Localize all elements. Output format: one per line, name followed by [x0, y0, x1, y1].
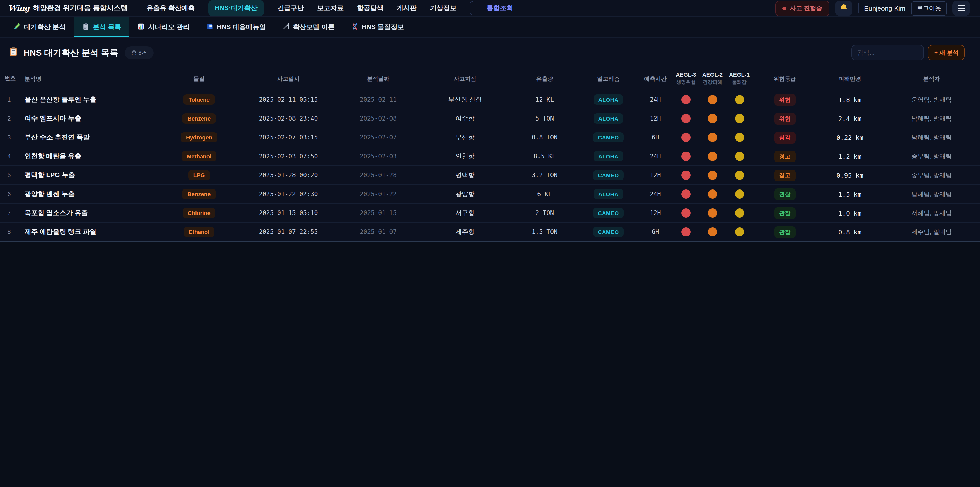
incident-status-badge: 사고 진행중 — [775, 0, 829, 16]
aegl-2-cell — [699, 90, 726, 109]
forecast-hours: 24H — [638, 90, 673, 109]
analysis-row[interactable]: 4인천항 메탄올 유출Methanol2025-02-03 07:502025-… — [0, 147, 980, 166]
analyst-teams: 남해팀, 방재팀 — [883, 185, 980, 204]
column-header-amount[interactable]: 유출량 — [511, 67, 579, 90]
new-analysis-button[interactable]: + 새 분석 — [928, 45, 965, 60]
aegl-1-dot-icon — [735, 114, 744, 123]
nav-item-7[interactable]: 기상정보 — [430, 3, 457, 13]
column-header-material[interactable]: 물질 — [158, 67, 240, 90]
tab-2[interactable]: 분석 목록 — [74, 17, 129, 37]
nav-item-8[interactable]: 통합조회 — [487, 3, 513, 13]
damage-radius: 1.8 km — [817, 90, 883, 109]
aegl-1-dot-icon — [735, 190, 744, 199]
brand[interactable]: Wing 해양환경 위기대응 통합시스템 — [8, 3, 127, 13]
tab-1[interactable]: 대기확산 분석 — [5, 17, 74, 37]
analysis-row[interactable]: 1울산 온산항 톨루엔 누출Toluene2025-02-11 05:15202… — [0, 90, 980, 109]
incident-location: 부산항 — [420, 128, 511, 147]
incident-location: 평택항 — [420, 166, 511, 185]
material-badge: LPG — [188, 170, 210, 180]
nav-item-5[interactable]: 항공탐색 — [357, 3, 383, 13]
analysis-name: 부산 수소 추진연 폭발 — [18, 128, 158, 147]
row-number: 5 — [0, 166, 18, 185]
column-header-name[interactable]: 분석명 — [18, 67, 158, 90]
column-header-aegl1[interactable]: AEGL-1불쾌감 — [726, 67, 753, 90]
page-title: HNS 대기확산 분석 목록 — [24, 47, 118, 59]
aegl-3-cell — [673, 147, 699, 166]
aegl-1-dot-icon — [735, 228, 744, 237]
column-header-sublabel: 건강피해 — [701, 79, 724, 86]
tab-3[interactable]: 시나리오 관리 — [129, 17, 198, 37]
risk-grade-badge: 관찰 — [774, 226, 795, 238]
column-header-aegl2[interactable]: AEGL-2건강피해 — [699, 67, 726, 90]
aegl-1-dot-icon — [735, 209, 744, 218]
column-header-datetime[interactable]: 사고일시 — [240, 67, 337, 90]
tab-5[interactable]: 확산모델 이론 — [274, 17, 343, 37]
algorithm-badge: CAMEO — [593, 170, 624, 180]
aegl-1-cell — [726, 128, 753, 147]
analysis-row[interactable]: 6광양항 벤젠 누출Benzene2025-01-22 02:302025-01… — [0, 185, 980, 204]
column-header-aegl3[interactable]: AEGL-3생명위협 — [673, 67, 699, 90]
nav-item-3[interactable]: 긴급구난 — [277, 3, 304, 13]
column-header-forecast[interactable]: 예측시간 — [638, 67, 673, 90]
nav-item-2[interactable]: HNS·대기확산 — [208, 0, 264, 16]
risk-cell: 경고 — [753, 147, 817, 166]
triangle-ruler-icon — [282, 23, 290, 31]
algorithm-cell: CAMEO — [579, 128, 638, 147]
aegl-3-cell — [673, 166, 699, 185]
analysis-row[interactable]: 5평택항 LPG 누출LPG2025-01-28 00:202025-01-28… — [0, 166, 980, 185]
analysis-table-head: 번호분석명물질사고일시분석날짜사고지점유출량알고리즘예측시간AEGL-3생명위협… — [0, 67, 980, 90]
risk-grade-badge: 위험 — [774, 94, 795, 105]
aegl-1-cell — [726, 109, 753, 128]
analysis-row[interactable]: 7목포항 염소스가 유출Chlorine2025-01-15 05:102025… — [0, 204, 980, 222]
risk-grade-badge: 심각 — [774, 131, 795, 143]
material-badge: Benzene — [183, 189, 216, 199]
analysis-date: 2025-02-08 — [337, 109, 420, 128]
aegl-3-dot-icon — [681, 133, 690, 142]
aegl-2-dot-icon — [708, 95, 717, 104]
column-header-analyst[interactable]: 분석자 — [883, 67, 980, 90]
aegl-3-dot-icon — [681, 190, 690, 199]
tab-6[interactable]: HNS 물질정보 — [343, 17, 412, 37]
risk-grade-badge: 관찰 — [774, 188, 795, 200]
search-input[interactable] — [852, 45, 924, 60]
risk-cell: 경고 — [753, 166, 817, 185]
column-header-sublabel: 생명위협 — [675, 79, 697, 86]
logout-button[interactable]: 로그아웃 — [911, 1, 947, 16]
algorithm-cell: ALOHA — [579, 90, 638, 109]
analysis-row[interactable]: 3부산 수소 추진연 폭발Hydrogen2025-02-07 03:15202… — [0, 128, 980, 147]
spill-amount: 12 KL — [511, 90, 579, 109]
page-header: HNS 대기확산 분석 목록 총 8건 + 새 분석 — [0, 38, 980, 67]
notifications-button[interactable] — [835, 0, 853, 16]
column-header-no[interactable]: 번호 — [0, 67, 18, 90]
forecast-hours: 12H — [638, 204, 673, 222]
column-header-risk[interactable]: 위험등급 — [753, 67, 817, 90]
tab-label: 분석 목록 — [93, 22, 121, 32]
spill-amount: 3.2 TON — [511, 166, 579, 185]
column-header-radius[interactable]: 피해반경 — [817, 67, 883, 90]
forecast-hours: 12H — [638, 166, 673, 185]
algorithm-badge: CAMEO — [593, 208, 624, 218]
nav-item-1[interactable]: 유출유 확산예측 — [146, 3, 195, 13]
column-header-analysis_date[interactable]: 분석날짜 — [337, 67, 420, 90]
nav-item-4[interactable]: 보고자료 — [317, 3, 344, 13]
analysis-table-body: 1울산 온산항 톨루엔 누출Toluene2025-02-11 05:15202… — [0, 90, 980, 241]
column-header-algorithm[interactable]: 알고리즘 — [579, 67, 638, 90]
menu-button[interactable] — [953, 0, 970, 16]
material-cell: Chlorine — [158, 204, 240, 222]
total-count-badge: 총 8건 — [124, 46, 154, 59]
content-area: HNS 대기확산 분석 목록 총 8건 + 새 분석 번호분석명물질사고일시분석… — [0, 38, 980, 241]
incident-location: 여수항 — [420, 109, 511, 128]
material-cell: LPG — [158, 166, 240, 185]
algorithm-badge: ALOHA — [594, 94, 623, 105]
nav-item-6[interactable]: 게시판 — [397, 3, 417, 13]
aegl-3-dot-icon — [681, 228, 690, 237]
incident-location: 제주항 — [420, 222, 511, 241]
algorithm-cell: CAMEO — [579, 166, 638, 185]
material-cell: Methanol — [158, 147, 240, 166]
column-header-location[interactable]: 사고지점 — [420, 67, 511, 90]
aegl-3-cell — [673, 185, 699, 204]
analysis-row[interactable]: 2여수 엠프시아 누출Benzene2025-02-08 23:402025-0… — [0, 109, 980, 128]
analysis-row[interactable]: 8제주 에탄올링 탱크 파열Ethanol2025-01-07 22:55202… — [0, 222, 980, 241]
tab-4[interactable]: HNS 대응매뉴얼 — [198, 17, 274, 37]
column-header-sublabel: 불쾌감 — [728, 79, 751, 86]
